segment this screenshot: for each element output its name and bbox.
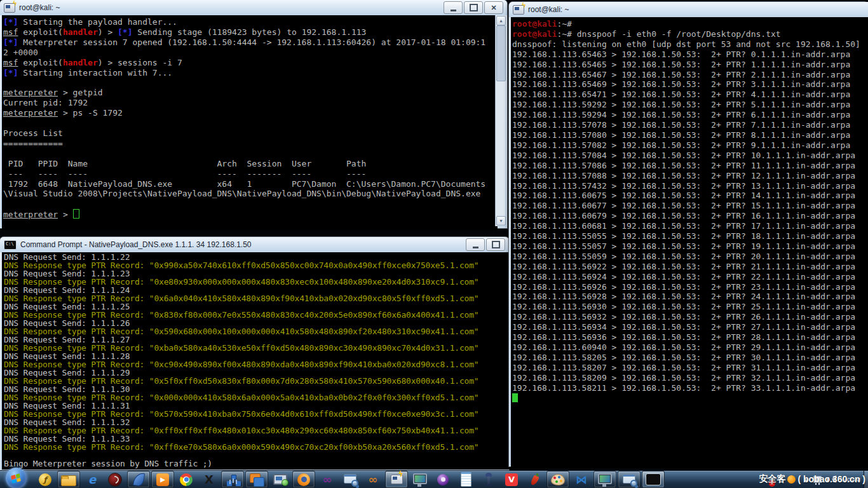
terminal-line: Process List: [3, 128, 496, 139]
terminal-line: 192.168.1.113.56922 > 192.168.1.50.53: 2…: [512, 262, 868, 272]
terminal-line: [3, 118, 496, 128]
watermark-text-url: ( bobao.360.cn ): [797, 474, 865, 484]
terminal-line: 192.168.1.113.58209 > 192.168.1.50.53: 2…: [512, 373, 868, 383]
terminal-line: 192.168.1.113.57086 > 192.168.1.50.53: 2…: [512, 161, 868, 171]
watermark-text-cn: 安全客: [759, 473, 785, 485]
pc-utility-icon-glyph: [273, 474, 287, 485]
desktop: root@kali: ~ ✕ [*] Starting the payload …: [0, 0, 868, 488]
command-prompt-icon[interactable]: [642, 471, 665, 488]
terminal-line: PID PPID Name Arch Session User Path: [3, 159, 496, 169]
visual-studio-blue-icon-glyph: ⋈: [574, 473, 588, 487]
maximize-icon: [492, 241, 500, 248]
windows-explorer-icon[interactable]: [57, 471, 80, 488]
visual-studio-blue-icon[interactable]: ⋈: [571, 471, 592, 487]
cmd-terminal-output[interactable]: DNS Request Send: 1.1.1.22DNS Response t…: [2, 252, 511, 470]
search-tool-icon[interactable]: [339, 471, 361, 487]
minimize-button[interactable]: [466, 238, 485, 251]
media-app-icon-glyph: [437, 474, 449, 485]
terminal-line: 192.168.1.113.60679 > 192.168.1.50.53: 2…: [512, 211, 868, 221]
lamp-app-icon[interactable]: [478, 471, 499, 487]
msf-scrollbar[interactable]: ▲ ▼: [495, 15, 505, 226]
terminal-line: 192.168.1.113.60675 > 192.168.1.50.53: 2…: [512, 191, 868, 201]
terminal-line: 192.168.1.113.65463 > 192.168.1.50.53: 2…: [512, 50, 868, 60]
terminal-line: 192.168.1.113.57432 > 192.168.1.50.53: 2…: [512, 181, 868, 191]
wireshark-icon-glyph: [132, 472, 144, 487]
terminal-line: root@kali:~#: [512, 19, 868, 29]
chrome-icon[interactable]: [175, 471, 197, 487]
msf-terminal-output[interactable]: [*] Starting the payload handler...msf e…: [2, 15, 498, 230]
remote-desktop-icon-glyph: [250, 473, 261, 483]
terminal-line: 192.168.1.113.59292 > 192.168.1.50.53: 2…: [512, 100, 868, 110]
start-button-glyph: [6, 468, 27, 488]
visual-studio-2008-icon[interactable]: ∞: [362, 471, 384, 487]
taskbar-icons: ƒe▶X∞∞V⋈: [1, 471, 665, 488]
close-icon: ✕: [491, 4, 496, 11]
msf-window-titlebar[interactable]: root@kali: ~ ✕: [0, 0, 507, 15]
potplayer-icon[interactable]: ▶: [151, 471, 174, 488]
terminal-line: [*] Starting interaction with 7...: [3, 68, 496, 78]
scroll-up-icon[interactable]: ▲: [496, 16, 506, 25]
close-button[interactable]: ✕: [484, 1, 503, 14]
firefox-icon-glyph: [297, 473, 310, 486]
terminal-line: 192.168.1.113.56932 > 192.168.1.50.53: 2…: [512, 312, 868, 322]
scroll-down-icon[interactable]: ▼: [496, 216, 506, 226]
maximize-button[interactable]: [486, 238, 505, 251]
pepper-app-icon[interactable]: [524, 471, 545, 487]
maximize-button[interactable]: [464, 1, 483, 14]
terminal-line: 192.168.1.113.59294 > 192.168.1.50.53: 2…: [512, 110, 868, 120]
msf-window-title: root@kali: ~: [19, 3, 442, 12]
daemon-tools-icon[interactable]: [104, 471, 126, 487]
dnsspoof-window-titlebar[interactable]: root@kali: ~: [509, 2, 868, 17]
search-tool-icon-glyph: [344, 474, 356, 484]
terminal-line: \Visual Studio 2008\Projects\NativePaylo…: [3, 189, 496, 199]
terminal-line: --- ---- ---- ---- ------- ---- ----: [3, 169, 496, 179]
terminal-line: Bingo Meterpreter session by DNS traffic…: [4, 460, 509, 468]
process-tool-icon[interactable]: [618, 471, 641, 488]
firefox-icon[interactable]: [292, 471, 315, 488]
terminal-line: [3, 149, 496, 159]
vivaldi-icon[interactable]: V: [501, 471, 522, 487]
remote-desktop-icon[interactable]: [245, 471, 268, 488]
terminal-line: Current pid: 1792: [3, 98, 496, 108]
media-app-icon[interactable]: [432, 471, 454, 487]
cmd-icon: C:\: [4, 240, 17, 250]
visual-studio-icon-glyph: ∞: [320, 473, 334, 487]
visual-studio-icon[interactable]: ∞: [316, 471, 338, 487]
taskbar: ƒe▶X∞∞V⋈ ▲ 1:40 AM ✕ 安全客 ( bobao.360.cn …: [0, 470, 868, 488]
chrome-icon-glyph: [180, 473, 193, 486]
minimize-icon: [451, 10, 456, 11]
start-button[interactable]: [2, 471, 30, 487]
terminal-line: 192.168.1.113.56926 > 192.168.1.50.53: 2…: [512, 282, 868, 292]
putty-icon[interactable]: [385, 471, 408, 488]
minimize-button[interactable]: [444, 1, 463, 14]
lamp-app-icon-glyph: [487, 474, 490, 485]
internet-explorer-icon[interactable]: e: [81, 471, 103, 487]
cmd-window-titlebar[interactable]: C:\ Command Prompt - NativePayload_DNS.e…: [0, 237, 509, 252]
msf-terminal-window: root@kali: ~ ✕ [*] Starting the payload …: [0, 0, 507, 228]
network-scanner-icon[interactable]: [221, 471, 244, 488]
display-tool-icon[interactable]: [409, 471, 431, 487]
dnsspoof-terminal-output[interactable]: root@kali:~#root@kali:~# dnsspoof -i eth…: [511, 17, 868, 468]
terminal-line: 192.168.1.113.55055 > 192.168.1.50.53: 2…: [512, 231, 868, 241]
system-monitor-icon-glyph: [598, 473, 612, 484]
dnsspoof-window-title: root@kali: ~: [528, 5, 864, 14]
terminal-line: 192.168.1.113.56934 > 192.168.1.50.53: 2…: [512, 322, 868, 332]
scrollbar-thumb[interactable]: [496, 25, 506, 81]
notepad-icon[interactable]: [455, 471, 477, 487]
terminal-line: 2 +0000: [3, 48, 496, 58]
x-app-icon[interactable]: X: [198, 471, 220, 487]
terminal-line: 192.168.1.113.58211 > 192.168.1.50.53: 2…: [512, 383, 868, 393]
notepad-icon-glyph: [461, 472, 471, 487]
minimize-icon: [473, 247, 478, 248]
terminal-line: [3, 78, 496, 88]
display-tool-icon-glyph: [413, 473, 427, 484]
vivaldi-icon-glyph: V: [505, 473, 518, 486]
system-monitor-icon[interactable]: [593, 471, 616, 488]
flashfxp-icon[interactable]: ƒ: [34, 471, 56, 487]
process-tool-icon-glyph: [623, 474, 635, 484]
terminal-line: 192.168.1.113.56924 > 192.168.1.50.53: 2…: [512, 272, 868, 282]
pc-utility-icon[interactable]: [269, 471, 291, 487]
wireshark-icon[interactable]: [127, 471, 150, 488]
terminal-line: DNS Response type PTR Record: "0xff0xe70…: [4, 444, 509, 452]
paint-icon[interactable]: [546, 471, 569, 488]
